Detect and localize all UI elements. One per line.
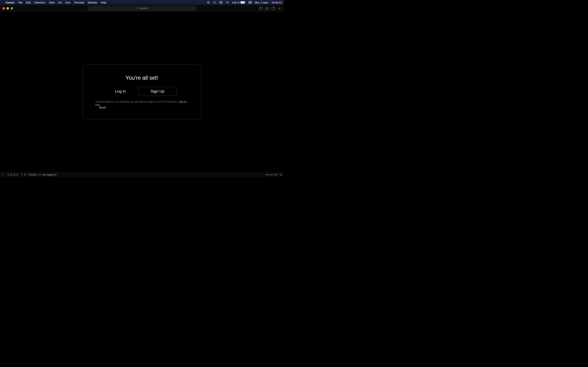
search-input[interactable]: Search — [88, 6, 196, 11]
remote-button[interactable] — [2, 173, 4, 176]
menu-help[interactable]: Help — [101, 1, 106, 4]
window-minimize-button[interactable] — [7, 7, 9, 9]
svg-point-20 — [39, 174, 40, 175]
svg-rect-6 — [245, 2, 245, 3]
menu-terminal[interactable]: Terminal — [74, 1, 84, 4]
menubar-date[interactable]: Mar. 3 sept. — [255, 1, 268, 4]
back-button[interactable]: Back — [99, 106, 106, 109]
error-icon — [7, 173, 10, 176]
menu-window[interactable]: Window — [88, 1, 97, 4]
window-fullscreen-button[interactable] — [11, 7, 13, 9]
statusbar: 0 0 0 CircleCI: Not logged in Cursor Tab — [0, 172, 284, 177]
toggle-secondary-sidebar-icon[interactable] — [271, 6, 275, 10]
antenna-icon — [21, 173, 23, 176]
circleci-status[interactable]: CircleCI: Not logged in — [28, 173, 57, 176]
menu-run[interactable]: Run — [66, 1, 70, 4]
search-placeholder: Search — [140, 7, 148, 10]
menubar-time[interactable]: 18:56:14 — [271, 1, 282, 4]
login-button[interactable]: Log In — [107, 87, 134, 95]
traffic-lights — [2, 7, 13, 9]
calendar-day: 3 — [219, 2, 223, 4]
nav-back-button[interactable] — [82, 6, 86, 11]
problems-status[interactable]: 0 0 — [7, 173, 18, 176]
auth-button-row: Log In Sign Up — [107, 87, 177, 96]
info-prefix: To avoid abuse on our backend, we ask th… — [95, 100, 179, 103]
statusbar-right: Cursor Tab — [265, 173, 282, 176]
svg-point-3 — [227, 3, 227, 4]
svg-rect-10 — [259, 7, 263, 9]
svg-point-9 — [136, 7, 138, 9]
toggle-primary-sidebar-icon[interactable] — [259, 6, 263, 10]
search-icon — [136, 7, 138, 9]
welcome-card: You're all set! Log In Sign Up To avoid … — [83, 64, 201, 119]
toggle-panel-icon[interactable] — [265, 6, 269, 10]
control-center-icon[interactable] — [249, 1, 252, 4]
user-icon — [39, 173, 41, 176]
main-area: You're all set! Log In Sign Up To avoid … — [0, 12, 284, 172]
battery-percent: 100 % — [232, 1, 240, 4]
warning-icon — [13, 173, 16, 176]
warnings-count: 0 — [17, 173, 18, 176]
cursor-tab-status[interactable]: Cursor Tab — [265, 173, 277, 176]
errors-count: 0 — [11, 173, 12, 176]
window-close-button[interactable] — [2, 7, 5, 9]
app-name[interactable]: Cursor — [6, 1, 15, 4]
menu-view[interactable]: View — [49, 1, 54, 4]
circleci-label: CircleCI: — [28, 173, 38, 176]
svg-rect-12 — [266, 7, 269, 9]
battery-status[interactable]: 100 % — [232, 1, 246, 4]
menu-selection[interactable]: Selection — [34, 1, 45, 4]
svg-rect-5 — [241, 2, 244, 3]
clock-icon[interactable] — [213, 1, 216, 4]
menu-file[interactable]: File — [18, 1, 22, 4]
calendar-icon[interactable]: 3 — [219, 1, 223, 4]
menu-go[interactable]: Go — [58, 1, 62, 4]
welcome-title: You're all set! — [126, 75, 158, 81]
right-toolbar — [259, 6, 281, 10]
ports-count: 0 — [24, 173, 26, 176]
svg-rect-7 — [249, 1, 251, 2]
svg-rect-8 — [249, 3, 251, 4]
macos-menubar: Cursor File Edit Selection View Go Run T… — [0, 0, 284, 5]
settings-gear-icon[interactable] — [277, 6, 281, 10]
signup-button[interactable]: Sign Up — [138, 87, 177, 96]
menubar-right: 3 100 % Mar. 3 sept. 18:56:14 — [207, 1, 282, 4]
openai-icon[interactable] — [207, 1, 210, 4]
window-toolbar: Search — [0, 5, 284, 12]
circleci-status-text: Not logged in — [42, 173, 57, 176]
bell-icon[interactable] — [279, 173, 282, 176]
ports-status[interactable]: 0 — [21, 173, 26, 176]
wifi-icon[interactable] — [226, 1, 229, 4]
menubar-left: Cursor File Edit Selection View Go Run T… — [2, 1, 106, 4]
menu-edit[interactable]: Edit — [26, 1, 31, 4]
svg-point-16 — [279, 8, 280, 9]
info-text: To avoid abuse on our backend, we ask th… — [95, 100, 189, 106]
svg-rect-14 — [272, 7, 275, 9]
